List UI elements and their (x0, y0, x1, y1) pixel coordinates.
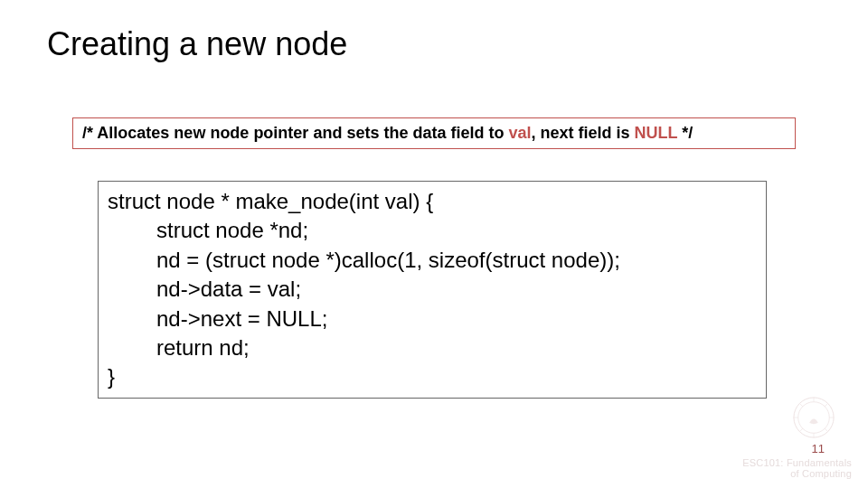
code-line-6: return nd; (108, 333, 757, 362)
comment-keyword-null: NULL (634, 124, 677, 142)
code-line-2: struct node *nd; (108, 216, 757, 245)
code-line-3: nd = (struct node *)calloc(1, sizeof(str… (108, 246, 757, 275)
comment-mid: , next field is (531, 124, 634, 142)
code-line-7: } (108, 362, 757, 391)
code-line-5: nd->next = NULL; (108, 305, 757, 333)
code-box: struct node * make_node(int val) { struc… (98, 181, 767, 399)
svg-line-7 (825, 428, 827, 431)
course-label: ESC101: Fundamentals of Computing (742, 457, 852, 479)
course-label-line1: ESC101: Fundamentals (742, 457, 852, 468)
comment-prefix: /* Allocates new node pointer and sets t… (82, 124, 508, 142)
svg-line-9 (825, 404, 827, 407)
slide-title: Creating a new node (47, 25, 347, 63)
slide: Creating a new node /* Allocates new nod… (0, 0, 868, 488)
page-number: 11 (812, 442, 825, 455)
svg-point-0 (794, 398, 834, 437)
course-label-line2: of Computing (742, 468, 852, 479)
institution-seal-icon (792, 396, 835, 439)
svg-line-6 (800, 404, 803, 407)
comment-box: /* Allocates new node pointer and sets t… (72, 117, 796, 149)
code-line-1: struct node * make_node(int val) { (108, 187, 757, 216)
code-line-4: nd->data = val; (108, 275, 757, 304)
comment-suffix: */ (677, 124, 693, 142)
comment-keyword-val: val (508, 124, 531, 142)
svg-line-8 (800, 428, 803, 431)
